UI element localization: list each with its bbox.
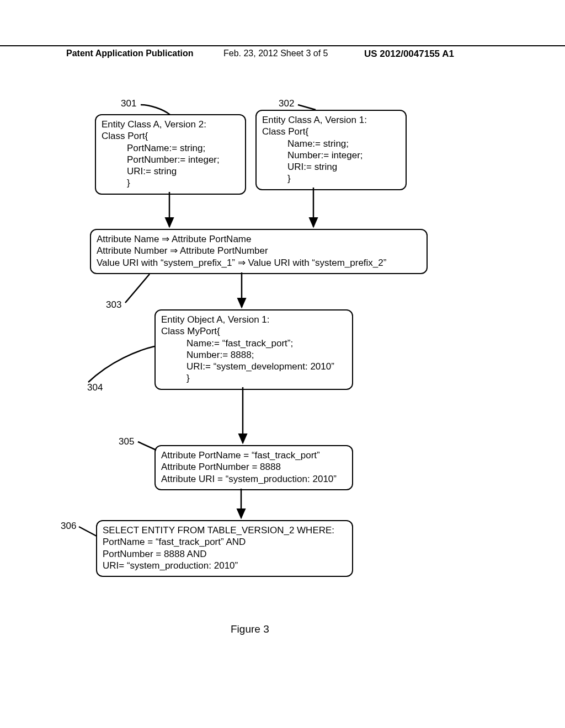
box304-l1: Entity Object A, Version 1:	[161, 314, 347, 325]
figure-caption: Figure 3	[231, 623, 269, 635]
box305-l3: Attribute URI = “system_production: 2010…	[161, 473, 347, 485]
box-entity-class-a-v1: Entity Class A, Version 1: Class Port{ N…	[255, 110, 407, 190]
box301-l6: }	[102, 177, 239, 189]
box-entity-object-a-v1: Entity Object A, Version 1: Class MyPort…	[154, 309, 353, 390]
box302-l6: }	[262, 173, 400, 184]
box302-l3: Name:= string;	[262, 138, 400, 149]
label-306: 306	[61, 521, 76, 532]
box-attributes-resolved: Attribute PortName = “fast_track_port” A…	[154, 445, 353, 490]
box306-l1: SELECT ENTITY FROM TABLE_VERSION_2 WHERE…	[103, 524, 347, 536]
box301-l2: Class Port{	[102, 130, 239, 142]
box-attribute-mapping: Attribute Name ⇒ Attribute PortName Attr…	[90, 229, 428, 274]
page-header: Patent Application Publication Feb. 23, …	[0, 45, 565, 61]
box304-l2: Class MyPort{	[161, 325, 347, 337]
label-304: 304	[87, 382, 103, 393]
box306-l2: PortName = “fast_track_port” AND	[103, 536, 347, 548]
box301-l1: Entity Class A, Version 2:	[102, 119, 239, 130]
box-entity-class-a-v2: Entity Class A, Version 2: Class Port{ P…	[95, 114, 246, 195]
label-305: 305	[119, 436, 134, 447]
box304-l4: Number:= 8888;	[161, 349, 347, 361]
box305-l2: Attribute PortNumber = 8888	[161, 461, 347, 473]
box301-l5: URI:= string	[102, 165, 239, 177]
box-select-query: SELECT ENTITY FROM TABLE_VERSION_2 WHERE…	[96, 520, 353, 577]
header-mid: Feb. 23, 2012 Sheet 3 of 5	[223, 49, 328, 58]
box305-l1: Attribute PortName = “fast_track_port”	[161, 449, 347, 461]
label-303: 303	[106, 299, 121, 311]
box302-l1: Entity Class A, Version 1:	[262, 114, 400, 126]
label-302: 302	[279, 98, 294, 109]
box301-l3: PortName:= string;	[102, 142, 239, 154]
box303-l2: Attribute Number ⇒ Attribute PortNumber	[97, 245, 421, 256]
box302-l5: URI:= string	[262, 161, 400, 173]
box303-l3: Value URI with “system_prefix_1” ⇒ Value…	[97, 257, 421, 269]
box306-l4: URI= “system_production: 2010”	[103, 560, 347, 571]
box301-l4: PortNumber:= integer;	[102, 154, 239, 165]
box304-l3: Name:= “fast_track_port”;	[161, 338, 347, 349]
box304-l6: }	[161, 372, 347, 384]
box302-l4: Number:= integer;	[262, 149, 400, 161]
box304-l5: URI:= “system_development: 2010”	[161, 361, 347, 372]
box306-l3: PortNumber = 8888 AND	[103, 548, 347, 560]
header-right: US 2012/0047155 A1	[364, 49, 454, 60]
header-left: Patent Application Publication	[66, 49, 194, 58]
label-301: 301	[121, 98, 136, 109]
box302-l2: Class Port{	[262, 126, 400, 137]
box303-l1: Attribute Name ⇒ Attribute PortName	[97, 233, 421, 245]
